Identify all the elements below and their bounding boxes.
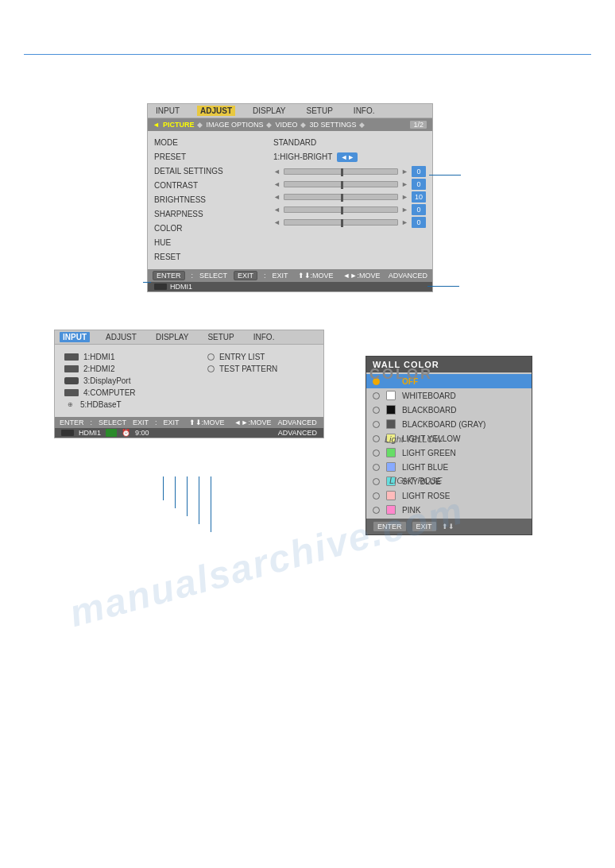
light-green-radio: [373, 449, 380, 457]
input-source-label: HDMI1: [79, 429, 101, 437]
wall-item-whiteboard[interactable]: WHITEBOARD: [366, 388, 532, 403]
wall-item-blackboard[interactable]: BLACKBOARD: [366, 403, 532, 417]
input-menu-info[interactable]: INFO.: [250, 332, 278, 342]
option-entrylist[interactable]: ENTRY LIST: [207, 351, 314, 363]
hdmi2-icon: [64, 365, 79, 372]
color-title-annotation: COLOR: [369, 366, 433, 383]
input-menu-display[interactable]: DISPLAY: [153, 332, 192, 342]
input-item-vga[interactable]: 4:COMPUTER: [64, 387, 191, 399]
light-rose-annotation: LIGHT ROSE: [389, 476, 443, 485]
slider-sharpness[interactable]: ◄ ► 10: [273, 191, 426, 203]
sub-video[interactable]: VIDEO: [275, 121, 297, 129]
ann-v-3: [187, 476, 188, 516]
adjust-content: MODE PRESET DETAIL SETTINGS CONTRAST BRI…: [148, 131, 432, 269]
mode-value: STANDARD: [273, 136, 426, 150]
exit-action: :: [264, 272, 266, 280]
wall-divider: ⬆⬇: [442, 523, 454, 530]
wall-item-blackboard-gray[interactable]: BLACKBOARD (GRAY): [366, 417, 532, 431]
input-options: ENTRY LIST TEST PATTERN: [207, 351, 314, 411]
entrylist-radio: [207, 353, 215, 361]
hue-val: 0: [412, 217, 426, 228]
input-enter-action: SELECT: [99, 419, 126, 426]
light-blue-label: LIGHT BLUE: [402, 463, 448, 472]
input-menu-adjust[interactable]: ADJUST: [102, 332, 140, 342]
movelr-label: ◄►:MOVE: [343, 272, 381, 280]
slider-hue[interactable]: ◄ ► 0: [273, 217, 426, 228]
sub-3dsettings[interactable]: 3D SETTINGS: [309, 121, 356, 129]
input-source-bar: HDMI1 ⏰ 9:00 ADVANCED: [55, 428, 323, 438]
ann-v-2: [175, 476, 176, 508]
vga-label: 4:COMPUTER: [83, 388, 136, 397]
wall-item-light-blue[interactable]: LIGHT BLUE: [366, 460, 532, 474]
top-divider-line: [24, 54, 591, 55]
slider-color[interactable]: ◄ ► 0: [273, 204, 426, 215]
input-menu-setup[interactable]: SETUP: [204, 332, 237, 342]
input-menu-input[interactable]: INPUT: [60, 332, 90, 342]
whiteboard-label: WHITEBOARD: [402, 392, 456, 400]
brightness-val: 0: [412, 179, 426, 190]
row-detail: DETAIL SETTINGS: [154, 164, 265, 179]
menu-display[interactable]: DISPLAY: [249, 106, 289, 116]
exit-action-label: EXIT: [273, 272, 288, 280]
adjust-panel: INPUT ADJUST DISPLAY SETUP INFO. ◄ PICTU…: [147, 103, 433, 292]
input-source-advanced: ADVANCED: [278, 429, 317, 437]
light-blue-swatch: [386, 462, 396, 472]
page-badge: 1/2: [409, 120, 427, 129]
menu-info[interactable]: INFO.: [350, 106, 378, 116]
menu-input[interactable]: INPUT: [153, 106, 183, 116]
input-move: ⬆⬇:MOVE: [189, 419, 225, 426]
light-green-label: LIGHT GREEN: [402, 449, 456, 457]
input-panel: INPUT ADJUST DISPLAY SETUP INFO. 1:HDMI1…: [54, 330, 324, 438]
exit-btn[interactable]: EXIT: [234, 271, 257, 280]
input-item-network[interactable]: ⊕ 5:HDBaseT: [64, 399, 191, 411]
light-green-swatch: [386, 448, 396, 457]
wall-item-light-green[interactable]: LIGHT GREEN: [366, 446, 532, 460]
wall-exit-btn[interactable]: EXIT: [412, 521, 437, 532]
hdmi-icon: [154, 284, 167, 290]
menu-adjust[interactable]: ADJUST: [197, 106, 235, 116]
source-label: HDMI1: [170, 283, 192, 291]
input-item-hdmi2[interactable]: 2:HDMI2: [64, 363, 191, 375]
pink-swatch: [386, 505, 396, 515]
advanced-label: ADVANCED: [389, 272, 427, 280]
preset-badge: ◄►: [337, 152, 358, 162]
sharpness-val: 10: [412, 191, 426, 203]
input-item-dp[interactable]: 3:DisplayPort: [64, 375, 191, 387]
light-rose-radio: [373, 492, 380, 500]
input-item-hdmi1[interactable]: 1:HDMI1: [64, 351, 191, 363]
dp-icon: [64, 377, 79, 384]
input-footer: ENTER : SELECT EXIT : EXIT ⬆⬇:MOVE ◄►:MO…: [55, 417, 323, 428]
hdmi1-label: 1:HDMI1: [83, 353, 114, 361]
wall-footer: ENTER EXIT ⬆⬇: [366, 519, 532, 534]
whiteboard-swatch: [386, 391, 396, 400]
slider-brightness[interactable]: ◄ ► 0: [273, 179, 426, 190]
input-hdmi-icon: [61, 430, 74, 436]
vga-icon: [64, 389, 79, 396]
option-testpattern[interactable]: TEST PATTERN: [207, 363, 314, 375]
sub-picture[interactable]: PICTURE: [163, 121, 195, 129]
blackboard-gray-radio: [373, 421, 380, 428]
enter-btn[interactable]: ENTER: [153, 271, 185, 280]
row-color: COLOR: [154, 222, 265, 236]
row-contrast: CONTRAST: [154, 179, 265, 193]
blackboard-label: BLACKBOARD: [402, 406, 456, 415]
sky-blue-radio: [373, 478, 380, 485]
wall-item-light-rose[interactable]: LIGHT ROSE: [366, 488, 532, 503]
blackboard-radio: [373, 407, 380, 414]
input-exit-action: EXIT: [164, 419, 180, 426]
ann-v-1: [163, 476, 164, 500]
testpattern-label: TEST PATTERN: [219, 365, 277, 373]
blackboard-gray-label: BLACKBOARD (GRAY): [402, 420, 485, 429]
row-hue: HUE: [154, 236, 265, 250]
sub-imageoptions[interactable]: IMAGE OPTIONS: [206, 121, 263, 129]
input-enter-btn[interactable]: ENTER: [60, 419, 84, 426]
input-exit-btn[interactable]: EXIT: [133, 419, 149, 426]
slider-contrast[interactable]: ◄ ► 0: [273, 166, 426, 177]
network-label: 5:HDBaseT: [80, 400, 122, 409]
menu-setup[interactable]: SETUP: [304, 106, 336, 116]
ann-v-5: [211, 476, 211, 532]
wall-item-pink[interactable]: PINK: [366, 503, 532, 517]
enter-action: :: [191, 272, 194, 280]
wall-enter-btn[interactable]: ENTER: [373, 521, 407, 532]
adjust-right-values: STANDARD 1:HIGH-BRIGHT ◄► ◄ ► 0 ◄ ► 0 ◄: [273, 136, 426, 264]
